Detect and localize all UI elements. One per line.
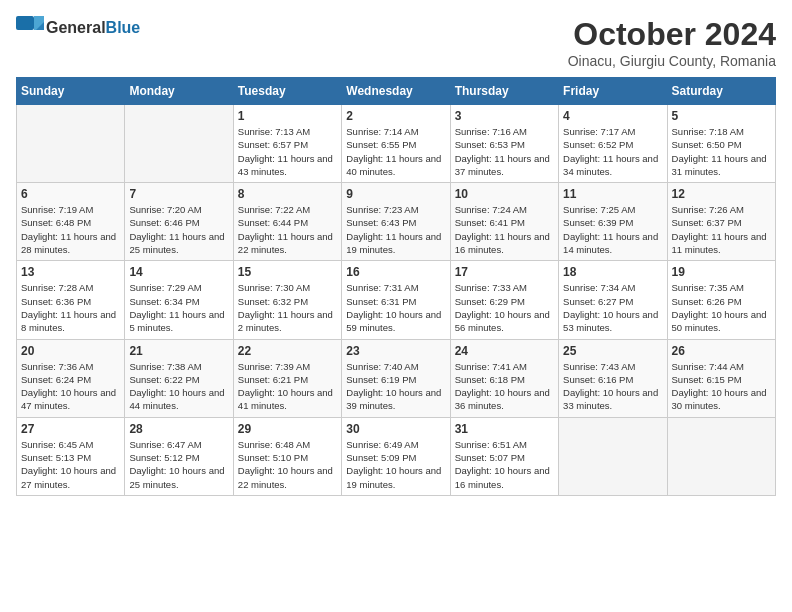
calendar-day-cell bbox=[125, 105, 233, 183]
day-detail: Sunrise: 7:34 AM Sunset: 6:27 PM Dayligh… bbox=[563, 281, 662, 334]
calendar-day-cell: 19Sunrise: 7:35 AM Sunset: 6:26 PM Dayli… bbox=[667, 261, 775, 339]
calendar-day-cell: 18Sunrise: 7:34 AM Sunset: 6:27 PM Dayli… bbox=[559, 261, 667, 339]
month-title: October 2024 bbox=[568, 16, 776, 53]
day-number: 28 bbox=[129, 422, 228, 436]
weekday-header-cell: Friday bbox=[559, 78, 667, 105]
calendar-week-row: 6Sunrise: 7:19 AM Sunset: 6:48 PM Daylig… bbox=[17, 183, 776, 261]
calendar-day-cell: 25Sunrise: 7:43 AM Sunset: 6:16 PM Dayli… bbox=[559, 339, 667, 417]
day-number: 23 bbox=[346, 344, 445, 358]
calendar-day-cell: 7Sunrise: 7:20 AM Sunset: 6:46 PM Daylig… bbox=[125, 183, 233, 261]
day-detail: Sunrise: 7:35 AM Sunset: 6:26 PM Dayligh… bbox=[672, 281, 771, 334]
location-title: Oinacu, Giurgiu County, Romania bbox=[568, 53, 776, 69]
day-detail: Sunrise: 7:30 AM Sunset: 6:32 PM Dayligh… bbox=[238, 281, 337, 334]
day-number: 9 bbox=[346, 187, 445, 201]
day-detail: Sunrise: 6:48 AM Sunset: 5:10 PM Dayligh… bbox=[238, 438, 337, 491]
calendar-table: SundayMondayTuesdayWednesdayThursdayFrid… bbox=[16, 77, 776, 496]
calendar-day-cell: 2Sunrise: 7:14 AM Sunset: 6:55 PM Daylig… bbox=[342, 105, 450, 183]
day-detail: Sunrise: 6:51 AM Sunset: 5:07 PM Dayligh… bbox=[455, 438, 554, 491]
day-number: 3 bbox=[455, 109, 554, 123]
day-number: 4 bbox=[563, 109, 662, 123]
calendar-day-cell: 12Sunrise: 7:26 AM Sunset: 6:37 PM Dayli… bbox=[667, 183, 775, 261]
day-detail: Sunrise: 7:36 AM Sunset: 6:24 PM Dayligh… bbox=[21, 360, 120, 413]
calendar-week-row: 27Sunrise: 6:45 AM Sunset: 5:13 PM Dayli… bbox=[17, 417, 776, 495]
calendar-week-row: 13Sunrise: 7:28 AM Sunset: 6:36 PM Dayli… bbox=[17, 261, 776, 339]
day-number: 30 bbox=[346, 422, 445, 436]
calendar-day-cell: 10Sunrise: 7:24 AM Sunset: 6:41 PM Dayli… bbox=[450, 183, 558, 261]
calendar-day-cell: 31Sunrise: 6:51 AM Sunset: 5:07 PM Dayli… bbox=[450, 417, 558, 495]
day-detail: Sunrise: 6:49 AM Sunset: 5:09 PM Dayligh… bbox=[346, 438, 445, 491]
day-detail: Sunrise: 7:18 AM Sunset: 6:50 PM Dayligh… bbox=[672, 125, 771, 178]
weekday-header-cell: Tuesday bbox=[233, 78, 341, 105]
calendar-day-cell: 26Sunrise: 7:44 AM Sunset: 6:15 PM Dayli… bbox=[667, 339, 775, 417]
day-number: 11 bbox=[563, 187, 662, 201]
title-area: October 2024 Oinacu, Giurgiu County, Rom… bbox=[568, 16, 776, 69]
calendar-day-cell: 1Sunrise: 7:13 AM Sunset: 6:57 PM Daylig… bbox=[233, 105, 341, 183]
calendar-week-row: 1Sunrise: 7:13 AM Sunset: 6:57 PM Daylig… bbox=[17, 105, 776, 183]
day-number: 18 bbox=[563, 265, 662, 279]
day-number: 12 bbox=[672, 187, 771, 201]
calendar-day-cell: 16Sunrise: 7:31 AM Sunset: 6:31 PM Dayli… bbox=[342, 261, 450, 339]
day-number: 7 bbox=[129, 187, 228, 201]
day-number: 22 bbox=[238, 344, 337, 358]
weekday-header-cell: Wednesday bbox=[342, 78, 450, 105]
day-detail: Sunrise: 7:20 AM Sunset: 6:46 PM Dayligh… bbox=[129, 203, 228, 256]
logo-general: General bbox=[46, 19, 106, 36]
calendar-day-cell bbox=[559, 417, 667, 495]
day-detail: Sunrise: 7:13 AM Sunset: 6:57 PM Dayligh… bbox=[238, 125, 337, 178]
day-detail: Sunrise: 7:33 AM Sunset: 6:29 PM Dayligh… bbox=[455, 281, 554, 334]
calendar-day-cell: 3Sunrise: 7:16 AM Sunset: 6:53 PM Daylig… bbox=[450, 105, 558, 183]
calendar-day-cell: 30Sunrise: 6:49 AM Sunset: 5:09 PM Dayli… bbox=[342, 417, 450, 495]
day-number: 8 bbox=[238, 187, 337, 201]
calendar-day-cell: 6Sunrise: 7:19 AM Sunset: 6:48 PM Daylig… bbox=[17, 183, 125, 261]
svg-rect-0 bbox=[16, 16, 34, 30]
day-detail: Sunrise: 7:25 AM Sunset: 6:39 PM Dayligh… bbox=[563, 203, 662, 256]
day-detail: Sunrise: 6:47 AM Sunset: 5:12 PM Dayligh… bbox=[129, 438, 228, 491]
day-number: 1 bbox=[238, 109, 337, 123]
calendar-day-cell: 27Sunrise: 6:45 AM Sunset: 5:13 PM Dayli… bbox=[17, 417, 125, 495]
day-number: 16 bbox=[346, 265, 445, 279]
day-detail: Sunrise: 7:31 AM Sunset: 6:31 PM Dayligh… bbox=[346, 281, 445, 334]
calendar-day-cell: 14Sunrise: 7:29 AM Sunset: 6:34 PM Dayli… bbox=[125, 261, 233, 339]
day-detail: Sunrise: 7:41 AM Sunset: 6:18 PM Dayligh… bbox=[455, 360, 554, 413]
calendar-day-cell: 5Sunrise: 7:18 AM Sunset: 6:50 PM Daylig… bbox=[667, 105, 775, 183]
day-detail: Sunrise: 7:38 AM Sunset: 6:22 PM Dayligh… bbox=[129, 360, 228, 413]
weekday-header-cell: Thursday bbox=[450, 78, 558, 105]
day-number: 27 bbox=[21, 422, 120, 436]
day-number: 21 bbox=[129, 344, 228, 358]
day-number: 31 bbox=[455, 422, 554, 436]
calendar-day-cell bbox=[17, 105, 125, 183]
day-detail: Sunrise: 6:45 AM Sunset: 5:13 PM Dayligh… bbox=[21, 438, 120, 491]
calendar-day-cell: 4Sunrise: 7:17 AM Sunset: 6:52 PM Daylig… bbox=[559, 105, 667, 183]
calendar-day-cell: 8Sunrise: 7:22 AM Sunset: 6:44 PM Daylig… bbox=[233, 183, 341, 261]
day-number: 29 bbox=[238, 422, 337, 436]
logo-icon bbox=[16, 16, 44, 40]
calendar-day-cell: 20Sunrise: 7:36 AM Sunset: 6:24 PM Dayli… bbox=[17, 339, 125, 417]
day-detail: Sunrise: 7:29 AM Sunset: 6:34 PM Dayligh… bbox=[129, 281, 228, 334]
day-detail: Sunrise: 7:43 AM Sunset: 6:16 PM Dayligh… bbox=[563, 360, 662, 413]
day-number: 19 bbox=[672, 265, 771, 279]
day-number: 14 bbox=[129, 265, 228, 279]
weekday-header-cell: Monday bbox=[125, 78, 233, 105]
day-detail: Sunrise: 7:22 AM Sunset: 6:44 PM Dayligh… bbox=[238, 203, 337, 256]
day-detail: Sunrise: 7:24 AM Sunset: 6:41 PM Dayligh… bbox=[455, 203, 554, 256]
page-header: GeneralBlue October 2024 Oinacu, Giurgiu… bbox=[16, 16, 776, 69]
day-number: 10 bbox=[455, 187, 554, 201]
day-detail: Sunrise: 7:26 AM Sunset: 6:37 PM Dayligh… bbox=[672, 203, 771, 256]
calendar-day-cell: 21Sunrise: 7:38 AM Sunset: 6:22 PM Dayli… bbox=[125, 339, 233, 417]
calendar-day-cell: 17Sunrise: 7:33 AM Sunset: 6:29 PM Dayli… bbox=[450, 261, 558, 339]
day-number: 26 bbox=[672, 344, 771, 358]
day-detail: Sunrise: 7:19 AM Sunset: 6:48 PM Dayligh… bbox=[21, 203, 120, 256]
logo-blue: Blue bbox=[106, 19, 141, 36]
day-detail: Sunrise: 7:44 AM Sunset: 6:15 PM Dayligh… bbox=[672, 360, 771, 413]
day-number: 13 bbox=[21, 265, 120, 279]
calendar-day-cell: 22Sunrise: 7:39 AM Sunset: 6:21 PM Dayli… bbox=[233, 339, 341, 417]
day-detail: Sunrise: 7:16 AM Sunset: 6:53 PM Dayligh… bbox=[455, 125, 554, 178]
day-detail: Sunrise: 7:40 AM Sunset: 6:19 PM Dayligh… bbox=[346, 360, 445, 413]
weekday-header-cell: Saturday bbox=[667, 78, 775, 105]
day-number: 15 bbox=[238, 265, 337, 279]
logo: GeneralBlue bbox=[16, 16, 140, 40]
day-detail: Sunrise: 7:28 AM Sunset: 6:36 PM Dayligh… bbox=[21, 281, 120, 334]
day-number: 2 bbox=[346, 109, 445, 123]
calendar-day-cell bbox=[667, 417, 775, 495]
calendar-day-cell: 23Sunrise: 7:40 AM Sunset: 6:19 PM Dayli… bbox=[342, 339, 450, 417]
